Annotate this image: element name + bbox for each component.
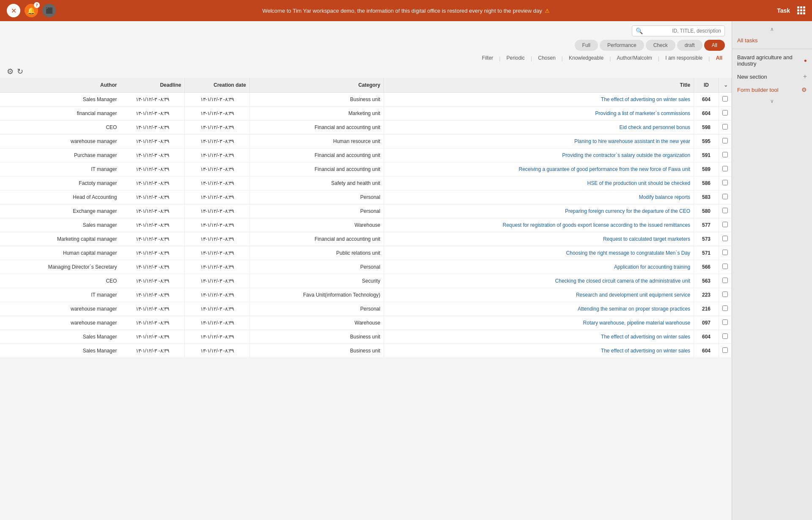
td-title[interactable]: Request for registration of goods export… — [384, 218, 694, 232]
sidebar-item-new-section[interactable]: New section + — [732, 70, 812, 83]
td-checkbox[interactable] — [719, 344, 732, 358]
th-checkbox[interactable]: ⌄ — [719, 78, 732, 93]
avatar-user[interactable]: ⬛ — [42, 4, 56, 17]
td-checkbox[interactable] — [719, 107, 732, 121]
td-creation: ۱۳-۱/۱۲/-۳ -۸:۳۹ — [185, 218, 250, 232]
sidebar-item-form-builder[interactable]: Form builder tool ⚙ — [732, 84, 812, 96]
tab-check[interactable]: Check — [646, 40, 675, 51]
td-category: Warehouse — [250, 218, 384, 232]
svg-rect-6 — [797, 12, 799, 14]
svg-rect-1 — [800, 6, 802, 8]
td-creation: ۱۳-۱/۱۲/-۳ -۸:۳۹ — [185, 149, 250, 162]
td-checkbox[interactable] — [719, 218, 732, 232]
search-input[interactable] — [645, 28, 721, 34]
topbar-left: ✕ 🔔 7 ⬛ — [7, 4, 56, 17]
td-creation: ۱۳-۱/۱۲/-۳ -۸:۳۹ — [185, 232, 250, 246]
td-title[interactable]: The effect of advertising on winter sale… — [384, 93, 694, 107]
td-checkbox[interactable] — [719, 260, 732, 274]
filter-item-chosen[interactable]: Chosen — [535, 54, 558, 62]
td-title[interactable]: Research and development unit equipment … — [384, 288, 694, 302]
filter-item-responsible[interactable]: I am responsible — [663, 54, 705, 62]
td-id: 598 — [694, 121, 719, 135]
td-checkbox[interactable] — [719, 204, 732, 218]
form-settings-icon: ⚙ — [801, 86, 807, 93]
td-title[interactable]: Modify balance reports — [384, 190, 694, 204]
filter-item-periodic[interactable]: Periodic — [504, 54, 527, 62]
td-title[interactable]: The effect of advertising on winter sale… — [384, 344, 694, 358]
td-category: Business unit — [250, 344, 384, 358]
td-title[interactable]: HSE of the production unit should be che… — [384, 176, 694, 190]
td-author: warehouse manager — [0, 302, 120, 316]
td-category: Personal — [250, 302, 384, 316]
chevron-down-icon[interactable]: ∨ — [732, 96, 812, 106]
td-title[interactable]: Planing to hire warehouse assistant in t… — [384, 135, 694, 149]
td-id: 604 — [694, 93, 719, 107]
tab-full[interactable]: Full — [575, 40, 598, 51]
chevron-up-icon[interactable]: ∧ — [732, 25, 812, 34]
filter-item-all[interactable]: All — [713, 54, 725, 62]
td-title[interactable]: Request to calculated target marketers — [384, 232, 694, 246]
td-title[interactable]: The effect of advertising on winter sale… — [384, 330, 694, 344]
td-author: Sales Manager — [0, 344, 120, 358]
filter-item-knowledgeable[interactable]: Knowledgeable — [566, 54, 606, 62]
table-row: IT manager ۱۳-۱/۱۲/-۳ -۸:۳۹ ۱۳-۱/۱۲/-۳ -… — [0, 162, 732, 176]
td-title[interactable]: Providing a list of marketer`s commissio… — [384, 107, 694, 121]
avatar-notification[interactable]: 🔔 7 — [25, 4, 38, 17]
td-category: Financial and accounting unit — [250, 121, 384, 135]
search-box[interactable]: 🔍 — [632, 25, 725, 36]
td-checkbox[interactable] — [719, 149, 732, 162]
td-author: IT manager — [0, 288, 120, 302]
td-title[interactable]: Application for accounting training — [384, 260, 694, 274]
td-checkbox[interactable] — [719, 232, 732, 246]
td-category: Personal — [250, 190, 384, 204]
td-title[interactable]: Preparing foreign currency for the depar… — [384, 204, 694, 218]
td-category: Safety and health unit — [250, 176, 384, 190]
sidebar-item-all-tasks[interactable]: All tasks — [732, 35, 812, 46]
td-title[interactable]: Receiving a guarantee of good performanc… — [384, 162, 694, 176]
td-checkbox[interactable] — [719, 330, 732, 344]
refresh-tool-icon[interactable]: ↻ — [17, 67, 23, 76]
svg-rect-2 — [803, 6, 805, 8]
table-row: warehouse manager ۱۳-۱/۱۲/-۳ -۸:۳۹ ۱۳-۱/… — [0, 135, 732, 149]
tab-all[interactable]: All — [704, 40, 725, 51]
td-checkbox[interactable] — [719, 93, 732, 107]
td-checkbox[interactable] — [719, 288, 732, 302]
td-title[interactable]: Rotary warehouse, pipeline material ware… — [384, 316, 694, 330]
td-checkbox[interactable] — [719, 176, 732, 190]
td-id: 571 — [694, 246, 719, 260]
td-title[interactable]: Choosing the right message to congratula… — [384, 246, 694, 260]
td-title[interactable]: Eid check and personnel bonus — [384, 121, 694, 135]
td-creation: ۱۳-۱/۱۲/-۳ -۸:۳۹ — [185, 135, 250, 149]
td-checkbox[interactable] — [719, 135, 732, 149]
filter-item-author[interactable]: Author/Malcolm — [614, 54, 654, 62]
td-title[interactable]: Attending the seminar on proper storage … — [384, 302, 694, 316]
td-category: Personal — [250, 204, 384, 218]
td-creation: ۱۳-۱/۱۲/-۳ -۸:۳۹ — [185, 330, 250, 344]
td-id: 097 — [694, 316, 719, 330]
td-checkbox[interactable] — [719, 274, 732, 288]
td-checkbox[interactable] — [719, 316, 732, 330]
grid-icon[interactable] — [797, 6, 805, 16]
filter-item-filter[interactable]: Filter — [479, 54, 496, 62]
task-label[interactable]: Task — [777, 7, 790, 14]
tab-performance[interactable]: Performance — [600, 40, 644, 51]
sidebar-item-bavard[interactable]: Bavard agriculture and industry ● — [732, 52, 812, 69]
td-creation: ۱۳-۱/۱۲/-۳ -۸:۳۹ — [185, 274, 250, 288]
td-author: IT manager — [0, 162, 120, 176]
table-row: financial manager ۱۳-۱/۱۲/-۳ -۸:۳۹ ۱۳-۱/… — [0, 107, 732, 121]
td-checkbox[interactable] — [719, 162, 732, 176]
topbar-right: Task — [777, 6, 805, 16]
table-row: Exchange manager ۱۳-۱/۱۲/-۳ -۸:۳۹ ۱۳-۱/۱… — [0, 204, 732, 218]
right-sidebar: ∧ All tasks Bavard agriculture and indus… — [732, 21, 812, 520]
td-checkbox[interactable] — [719, 246, 732, 260]
td-checkbox[interactable] — [719, 190, 732, 204]
avatar-white[interactable]: ✕ — [7, 4, 20, 17]
td-title[interactable]: Providing the contractor`s salary outsid… — [384, 149, 694, 162]
td-title[interactable]: Checking the closed circuit camera of th… — [384, 274, 694, 288]
td-checkbox[interactable] — [719, 302, 732, 316]
settings-tool-icon[interactable]: ⚙ — [7, 67, 14, 76]
td-deadline: ۱۳-۱/۱۲/-۳ -۸:۳۹ — [120, 288, 184, 302]
td-checkbox[interactable] — [719, 121, 732, 135]
td-author: Human capital manager — [0, 246, 120, 260]
tab-draft[interactable]: draft — [677, 40, 702, 51]
